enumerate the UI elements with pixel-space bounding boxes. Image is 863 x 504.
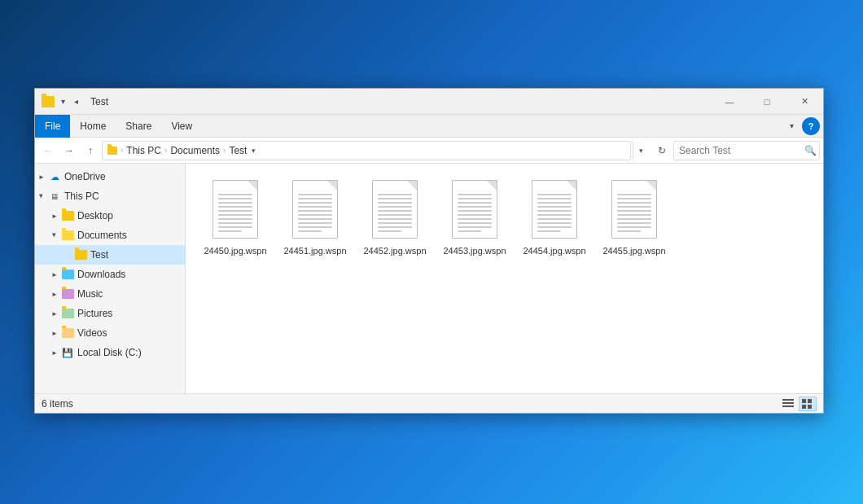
sidebar-item-localdisk[interactable]: ► 💾 Local Disk (C:): [35, 343, 185, 362]
expand-arrow-documents: ►: [48, 229, 61, 242]
sidebar-label-thispc: This PC: [64, 191, 99, 202]
explorer-window: ▾ ◂ Test — □ ✕ File Home Share View ▾ ? …: [34, 88, 824, 414]
sidebar-item-onedrive[interactable]: ► ☁ OneDrive: [35, 167, 185, 186]
doc-lines: [298, 194, 332, 232]
expand-arrow-test: [61, 248, 74, 261]
view-toggle: [779, 397, 817, 411]
breadcrumb[interactable]: › This PC › Documents › Test ▾: [102, 141, 631, 160]
breadcrumb-this-pc[interactable]: This PC: [126, 145, 161, 156]
documents-folder-icon: [61, 229, 74, 242]
doc-page: [292, 180, 338, 239]
sidebar-label-desktop: Desktop: [77, 210, 113, 221]
minimize-button[interactable]: —: [711, 89, 748, 115]
file-item[interactable]: 24450.jpg.wspn: [199, 173, 272, 260]
main-area: ► ☁ OneDrive ► 🖥 This PC ►: [35, 164, 823, 393]
doc-lines: [218, 194, 252, 232]
music-folder-icon: [61, 287, 74, 300]
file-item[interactable]: 24453.jpg.wspn: [438, 173, 511, 260]
breadcrumb-documents[interactable]: Documents: [170, 145, 220, 156]
doc-page: [611, 180, 657, 239]
search-input[interactable]: [679, 145, 801, 156]
breadcrumb-dropdown-arrow[interactable]: ▾: [252, 147, 256, 155]
expand-arrow-thispc: ►: [35, 190, 48, 203]
large-icons-view-button[interactable]: [799, 397, 817, 411]
sidebar-label-test: Test: [90, 249, 108, 261]
address-bar: ← → ↑ › This PC › Documents › Test ▾ ▾ ↻…: [35, 138, 823, 164]
menu-chevron: ▾: [790, 121, 799, 130]
svg-rect-6: [808, 405, 812, 409]
file-label: 24453.jpg.wspn: [443, 245, 506, 256]
file-label: 24451.jpg.wspn: [283, 245, 346, 256]
expand-arrow-onedrive: ►: [35, 170, 48, 183]
window-title: Test: [87, 96, 711, 107]
file-item[interactable]: 24454.jpg.wspn: [518, 173, 591, 260]
svg-rect-1: [782, 402, 794, 404]
svg-rect-5: [802, 405, 806, 409]
desktop-folder-icon: [61, 209, 74, 222]
window-controls: — □ ✕: [711, 89, 823, 115]
search-icon[interactable]: 🔍: [804, 145, 817, 156]
close-button[interactable]: ✕: [786, 89, 823, 115]
file-item[interactable]: 24451.jpg.wspn: [278, 173, 352, 260]
breadcrumb-sep1: ›: [120, 146, 123, 155]
file-icon: [289, 177, 341, 242]
maximize-button[interactable]: □: [748, 89, 786, 115]
doc-page: [372, 180, 418, 239]
back-button[interactable]: ←: [38, 141, 58, 160]
file-label: 24452.jpg.wspn: [363, 245, 426, 256]
doc-page: [452, 180, 497, 239]
sidebar-label-localdisk: Local Disk (C:): [77, 347, 142, 358]
file-icon: [528, 177, 580, 242]
pictures-folder-icon: [61, 307, 74, 320]
help-button[interactable]: ?: [802, 117, 820, 135]
sidebar-item-downloads[interactable]: ► Downloads: [35, 265, 185, 284]
status-item-count: 6 items: [42, 398, 779, 410]
sidebar-label-downloads: Downloads: [77, 269, 125, 280]
doc-lines: [458, 194, 492, 232]
sidebar-item-documents[interactable]: ► Documents: [35, 226, 185, 245]
sidebar: ► ☁ OneDrive ► 🖥 This PC ►: [35, 164, 186, 393]
forward-button[interactable]: →: [59, 141, 79, 160]
svg-rect-4: [808, 399, 812, 403]
file-area: 24450.jpg.wspn 24451.jpg.wspn 24452.jpg.…: [186, 164, 823, 393]
file-icon: [209, 177, 261, 242]
file-label: 24455.jpg.wspn: [602, 245, 665, 256]
sidebar-item-music[interactable]: ► Music: [35, 284, 185, 304]
refresh-button[interactable]: ↻: [652, 141, 672, 160]
up-button[interactable]: ↑: [81, 141, 100, 160]
file-item[interactable]: 24452.jpg.wspn: [358, 173, 432, 260]
doc-page: [532, 180, 577, 239]
svg-rect-0: [782, 399, 794, 401]
title-bar: ▾ ◂ Test — □ ✕: [35, 89, 823, 115]
sidebar-item-desktop[interactable]: ► Desktop: [35, 206, 185, 226]
tb-arrow2: ◂: [71, 97, 81, 107]
file-item[interactable]: 24455.jpg.wspn: [598, 173, 671, 260]
breadcrumb-sep2: ›: [164, 146, 167, 155]
sidebar-item-test[interactable]: Test: [35, 245, 185, 265]
breadcrumb-test[interactable]: Test: [229, 145, 247, 156]
breadcrumb-sep3: ›: [223, 146, 226, 155]
details-view-button[interactable]: [779, 397, 797, 411]
menu-share[interactable]: Share: [116, 115, 161, 138]
doc-lines: [537, 194, 572, 232]
title-bar-icons: ▾ ◂: [35, 96, 87, 107]
downloads-folder-icon: [61, 268, 74, 281]
sidebar-label-pictures: Pictures: [77, 308, 112, 319]
expand-arrow-downloads: ►: [48, 268, 61, 281]
tb-arrow: ▾: [58, 97, 68, 107]
address-dropdown-button[interactable]: ▾: [633, 141, 649, 160]
menu-view[interactable]: View: [161, 115, 202, 138]
search-box[interactable]: 🔍: [673, 141, 820, 160]
menu-file[interactable]: File: [35, 115, 70, 138]
sidebar-item-videos[interactable]: ► Videos: [35, 323, 185, 343]
folder-icon: [42, 96, 55, 107]
sidebar-item-thispc[interactable]: ► 🖥 This PC: [35, 186, 185, 206]
menu-bar: File Home Share View ▾ ?: [35, 115, 823, 138]
drive-icon: 💾: [61, 346, 74, 359]
doc-lines: [378, 194, 412, 232]
sidebar-item-pictures[interactable]: ► Pictures: [35, 304, 185, 323]
sidebar-label-music: Music: [77, 288, 103, 300]
videos-folder-icon: [61, 327, 74, 340]
menu-home[interactable]: Home: [70, 115, 116, 138]
pc-icon: 🖥: [48, 190, 61, 203]
